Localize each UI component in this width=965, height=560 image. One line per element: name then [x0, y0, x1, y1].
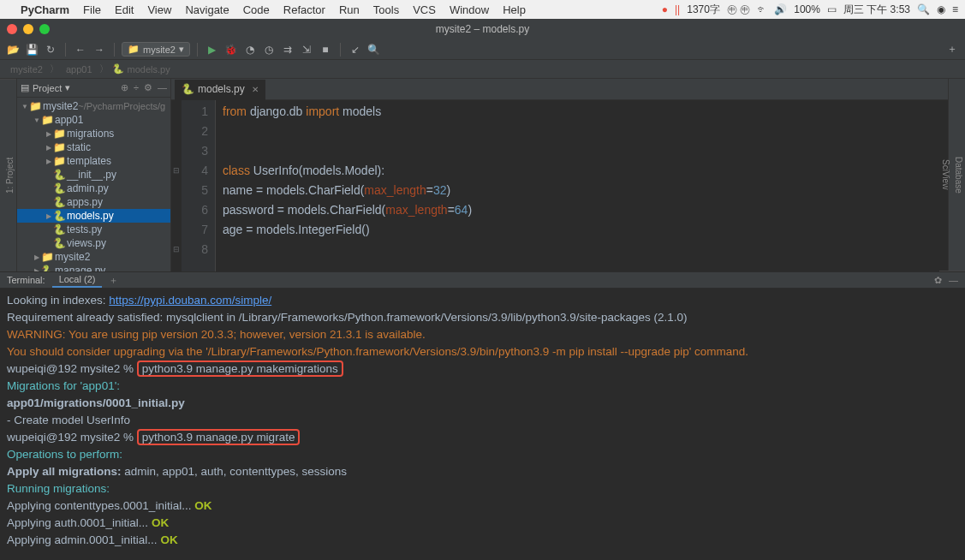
menu-window[interactable]: Window: [450, 3, 489, 16]
save-icon[interactable]: 💾: [24, 42, 39, 57]
menu-code[interactable]: Code: [243, 3, 270, 16]
tree-item-migrations[interactable]: ▶📁migrations: [17, 127, 170, 140]
attach-icon[interactable]: ⇲: [299, 42, 314, 57]
cursor-icon: [300, 431, 307, 444]
menu-file[interactable]: File: [83, 3, 101, 16]
tree-item-adminpy[interactable]: 🐍admin.py: [17, 182, 170, 195]
status-bars-icon: ||: [675, 3, 680, 15]
pypi-link[interactable]: https://pypi.douban.com/simple/: [109, 294, 271, 307]
macos-menubar: PyCharm File Edit View Navigate Code Ref…: [0, 0, 965, 19]
coverage-icon[interactable]: ◔: [242, 42, 258, 57]
terminal-tab[interactable]: Local (2): [52, 272, 103, 288]
target-icon[interactable]: ⊕: [121, 82, 128, 93]
menu-view[interactable]: View: [147, 3, 171, 16]
app-name[interactable]: PyCharm: [21, 3, 69, 16]
breadcrumb-file[interactable]: models.py: [128, 64, 170, 74]
stop-icon[interactable]: ■: [318, 42, 333, 57]
left-tool-gutter: 1: Project 7: Structure: [0, 79, 17, 271]
structure-tool-tab[interactable]: 7: Structure: [0, 79, 3, 271]
sidebar-title: ▤Project ▾: [21, 82, 70, 93]
project-sidebar: ▤Project ▾ ⊕ ÷ ⚙ — ▼📁mysite2 ~/PycharmPr…: [17, 79, 171, 271]
editor-tabs: 🐍 models.py✕: [171, 79, 948, 100]
window-titlebar: mysite2 – models.py: [0, 19, 965, 39]
battery-pct: 100%: [794, 3, 820, 15]
run-icon[interactable]: ▶: [205, 42, 220, 57]
main-toolbar: 📂 💾 ↻ ← → 📁 mysite2 ▾ ▶ 🐞 ◔ ◷ ⇉ ⇲ ■ ↙ 🔍 …: [0, 39, 965, 60]
vcs-icon[interactable]: ↙: [348, 42, 363, 57]
spotlight-icon[interactable]: 🔍: [917, 3, 930, 15]
database-tool-tab[interactable]: Database: [952, 79, 965, 271]
status-red-icon: ●: [662, 3, 668, 15]
control-center-icon[interactable]: ≡: [952, 3, 958, 15]
wifi-icon[interactable]: ᯤ: [757, 3, 767, 15]
back-icon[interactable]: ←: [73, 42, 88, 57]
siri-icon[interactable]: ◉: [937, 3, 945, 15]
tree-item-modelspy[interactable]: ▶🐍models.py: [17, 209, 170, 223]
battery-icon: ▭: [827, 3, 837, 15]
editor-panel: 🐍 models.py✕ ⊟⊟ 12345678 from django.db …: [171, 79, 948, 271]
project-tree[interactable]: ▼📁mysite2 ~/PycharmProjects/g▼📁app01▶📁mi…: [17, 98, 170, 271]
project-tool-tab[interactable]: 1: Project: [3, 79, 16, 271]
breadcrumb: mysite2〉 app01〉 🐍 models.py: [0, 60, 965, 79]
hide-icon[interactable]: —: [158, 82, 167, 93]
run-config-selector[interactable]: 📁 mysite2 ▾: [122, 42, 190, 57]
terminal-header: Terminal: Local (2) ＋ ✿ —: [0, 271, 965, 289]
code-area[interactable]: from django.db import models class UserI…: [216, 100, 472, 271]
close-tab-icon[interactable]: ✕: [252, 85, 259, 94]
menu-vcs[interactable]: VCS: [413, 3, 436, 16]
collapse-icon[interactable]: ÷: [134, 82, 139, 93]
highlight-makemigrations: python3.9 manage.py makemigrations: [137, 360, 343, 377]
terminal-hide-icon[interactable]: —: [949, 275, 958, 286]
tree-item-initpy[interactable]: 🐍__init__.py: [17, 168, 170, 182]
tree-item-appspy[interactable]: 🐍apps.py: [17, 195, 170, 209]
debug-icon[interactable]: 🐞: [223, 42, 239, 57]
profile-icon[interactable]: ◷: [261, 42, 277, 57]
tree-item-mysite2[interactable]: ▼📁mysite2 ~/PycharmProjects/g: [17, 99, 170, 113]
gear-icon[interactable]: ⚙: [144, 82, 152, 93]
menu-edit[interactable]: Edit: [115, 3, 134, 16]
menu-run[interactable]: Run: [339, 3, 360, 16]
tree-item-app01[interactable]: ▼📁app01: [17, 113, 170, 127]
terminal-output[interactable]: Looking in indexes: https://pypi.douban.…: [0, 289, 965, 560]
tree-item-managepy[interactable]: ▶🐍manage.py: [17, 264, 170, 271]
line-gutter: 12345678: [182, 100, 216, 271]
search-anywhere-icon[interactable]: 🔍: [366, 42, 382, 57]
menu-tools[interactable]: Tools: [373, 3, 399, 16]
tree-item-viewspy[interactable]: 🐍views.py: [17, 236, 170, 250]
window-title: mysite2 – models.py: [436, 23, 529, 35]
menu-navigate[interactable]: Navigate: [185, 3, 229, 16]
open-icon[interactable]: 📂: [5, 42, 21, 57]
tree-item-static[interactable]: ▶📁static: [17, 140, 170, 154]
tab-models[interactable]: 🐍 models.py✕: [175, 80, 265, 100]
highlight-migrate: python3.9 manage.py migrate: [137, 429, 301, 445]
menu-refactor[interactable]: Refactor: [283, 3, 325, 16]
terminal-gear-icon[interactable]: ✿: [934, 275, 942, 286]
status-ime-icon[interactable]: ㊥ ㊥: [727, 3, 750, 17]
sciview-tool-tab[interactable]: SciView: [939, 79, 952, 271]
breadcrumb-root[interactable]: mysite2: [10, 64, 43, 74]
volume-icon[interactable]: 🔊: [774, 3, 787, 15]
traffic-lights: [7, 24, 50, 34]
sync-icon[interactable]: ↻: [43, 42, 58, 57]
concurrency-icon[interactable]: ⇉: [280, 42, 295, 57]
new-terminal-icon[interactable]: ＋: [109, 274, 118, 287]
close-icon[interactable]: [7, 24, 17, 34]
tree-item-testspy[interactable]: 🐍tests.py: [17, 223, 170, 236]
breadcrumb-folder[interactable]: app01: [66, 64, 92, 74]
zoom-icon[interactable]: [39, 24, 50, 34]
minimize-icon[interactable]: [23, 24, 33, 34]
forward-icon[interactable]: →: [92, 42, 107, 57]
terminal-title: Terminal:: [7, 275, 45, 285]
tree-item-mysite2[interactable]: ▶📁mysite2: [17, 250, 170, 264]
right-tool-gutter: Database SciView: [948, 79, 965, 271]
clock: 周三 下午 3:53: [843, 3, 910, 17]
plus-icon[interactable]: ＋: [944, 42, 960, 57]
tree-item-templates[interactable]: ▶📁templates: [17, 154, 170, 168]
status-chars: 1370字: [687, 3, 720, 17]
menu-help[interactable]: Help: [503, 3, 526, 16]
